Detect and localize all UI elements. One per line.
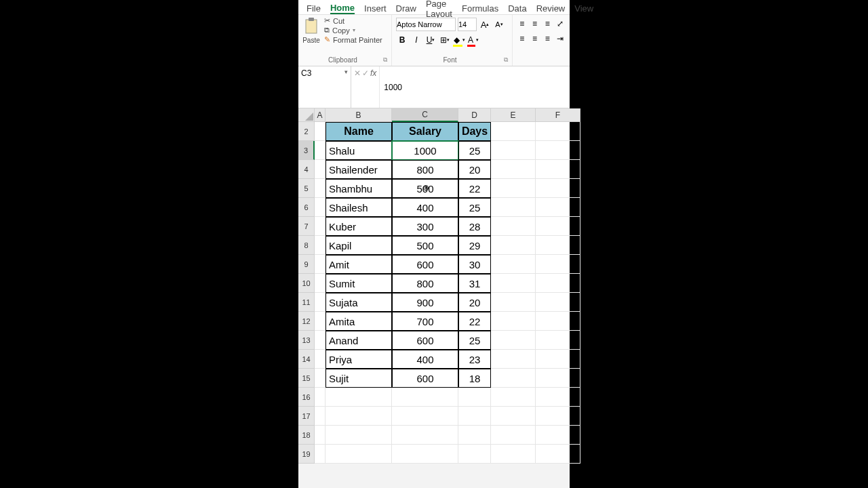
cell-F4[interactable]	[536, 160, 580, 179]
cell-A7[interactable]	[315, 217, 326, 236]
row-header-2[interactable]: 2	[298, 122, 315, 141]
cell-B7[interactable]: Kuber	[326, 217, 392, 236]
tab-review[interactable]: Review	[536, 3, 566, 14]
cell-A9[interactable]	[315, 255, 326, 274]
cell-C17[interactable]	[392, 407, 458, 426]
cell-B15[interactable]: Sujit	[326, 369, 392, 388]
cell-E4[interactable]	[491, 160, 536, 179]
border-button[interactable]: ⊞▾	[439, 34, 451, 46]
row-header-6[interactable]: 6	[298, 198, 315, 217]
row-header-18[interactable]: 18	[298, 426, 315, 445]
cell-A15[interactable]	[315, 369, 326, 388]
cell-A10[interactable]	[315, 274, 326, 293]
format-painter-button[interactable]: ✎Format Painter	[321, 35, 385, 44]
copy-button[interactable]: ⧉Copy▾	[321, 26, 385, 35]
cell-A13[interactable]	[315, 331, 326, 350]
cell-D6[interactable]: 25	[458, 198, 491, 217]
cell-E19[interactable]	[491, 445, 536, 464]
cell-D10[interactable]: 31	[458, 274, 491, 293]
cell-C10[interactable]: 800	[392, 274, 458, 293]
cell-B10[interactable]: Sumit	[326, 274, 392, 293]
cell-E6[interactable]	[491, 198, 536, 217]
cell-D12[interactable]: 22	[458, 312, 491, 331]
cell-A18[interactable]	[315, 426, 326, 445]
font-color-button[interactable]: A▾	[467, 34, 479, 46]
cell-D17[interactable]	[458, 407, 491, 426]
cell-B11[interactable]: Sujata	[326, 293, 392, 312]
spreadsheet-grid[interactable]: ABCDEF2NameSalaryDays3Shalu1000254Shaile…	[298, 108, 570, 464]
cell-A12[interactable]	[315, 312, 326, 331]
row-header-16[interactable]: 16	[298, 388, 315, 407]
clipboard-dialog-launcher[interactable]: ⧉	[383, 56, 387, 64]
cell-C5[interactable]: 500⊕	[392, 179, 458, 198]
select-all-corner[interactable]	[298, 108, 315, 122]
align-top-button[interactable]: ≡	[517, 18, 528, 30]
row-header-10[interactable]: 10	[298, 274, 315, 293]
cell-C6[interactable]: 400	[392, 198, 458, 217]
cell-C3[interactable]: 1000	[392, 141, 458, 160]
font-name-combo[interactable]	[396, 18, 456, 31]
cell-D9[interactable]: 30	[458, 255, 491, 274]
row-header-9[interactable]: 9	[298, 255, 315, 274]
cell-E14[interactable]	[491, 350, 536, 369]
cell-A4[interactable]	[315, 160, 326, 179]
col-header-E[interactable]: E	[491, 108, 536, 122]
fill-color-button[interactable]: ◆▾	[453, 34, 465, 46]
cell-D16[interactable]	[458, 388, 491, 407]
cell-D11[interactable]: 20	[458, 293, 491, 312]
cell-B12[interactable]: Amita	[326, 312, 392, 331]
cell-E9[interactable]	[491, 255, 536, 274]
cell-F10[interactable]	[536, 274, 580, 293]
cell-F7[interactable]	[536, 217, 580, 236]
name-box-input[interactable]	[301, 68, 334, 78]
cell-E11[interactable]	[491, 293, 536, 312]
row-header-14[interactable]: 14	[298, 350, 315, 369]
cell-A5[interactable]	[315, 179, 326, 198]
cell-D2[interactable]: Days	[458, 122, 491, 141]
cell-E3[interactable]	[491, 141, 536, 160]
cell-B16[interactable]	[326, 388, 392, 407]
col-header-B[interactable]: B	[326, 108, 392, 122]
underline-button[interactable]: U▾	[425, 34, 437, 46]
cell-F11[interactable]	[536, 293, 580, 312]
tab-home[interactable]: Home	[330, 3, 355, 14]
align-right-button[interactable]: ≡	[542, 33, 553, 45]
cell-C12[interactable]: 700	[392, 312, 458, 331]
cell-E2[interactable]	[491, 122, 536, 141]
cell-C11[interactable]: 900	[392, 293, 458, 312]
cell-A16[interactable]	[315, 388, 326, 407]
cell-F18[interactable]	[536, 426, 580, 445]
cancel-icon[interactable]: ✕	[354, 68, 361, 78]
cell-A17[interactable]	[315, 407, 326, 426]
col-header-F[interactable]: F	[536, 108, 580, 122]
cell-E18[interactable]	[491, 426, 536, 445]
italic-button[interactable]: I	[410, 34, 422, 46]
cell-C9[interactable]: 600	[392, 255, 458, 274]
cell-E13[interactable]	[491, 331, 536, 350]
row-header-7[interactable]: 7	[298, 217, 315, 236]
cell-C2[interactable]: Salary	[392, 122, 458, 141]
cell-B13[interactable]: Anand	[326, 331, 392, 350]
font-dialog-launcher[interactable]: ⧉	[504, 56, 508, 64]
cell-B5[interactable]: Shambhu	[326, 179, 392, 198]
cell-F19[interactable]	[536, 445, 580, 464]
cell-B18[interactable]	[326, 426, 392, 445]
cell-A6[interactable]	[315, 198, 326, 217]
cell-E17[interactable]	[491, 407, 536, 426]
col-header-C[interactable]: C	[392, 108, 458, 122]
row-header-19[interactable]: 19	[298, 445, 315, 464]
cell-E8[interactable]	[491, 236, 536, 255]
cell-C19[interactable]	[392, 445, 458, 464]
align-middle-button[interactable]: ≡	[530, 18, 540, 30]
cell-A2[interactable]	[315, 122, 326, 141]
enter-icon[interactable]: ✓	[362, 68, 369, 78]
cut-button[interactable]: ✂Cut	[321, 16, 385, 25]
cell-F15[interactable]	[536, 369, 580, 388]
cell-D3[interactable]: 25	[458, 141, 491, 160]
cell-C14[interactable]: 400	[392, 350, 458, 369]
indent-button[interactable]: ⇥	[555, 33, 566, 45]
col-header-D[interactable]: D	[458, 108, 491, 122]
font-size-combo[interactable]	[458, 18, 477, 31]
col-header-A[interactable]: A	[315, 108, 326, 122]
cell-F3[interactable]	[536, 141, 580, 160]
